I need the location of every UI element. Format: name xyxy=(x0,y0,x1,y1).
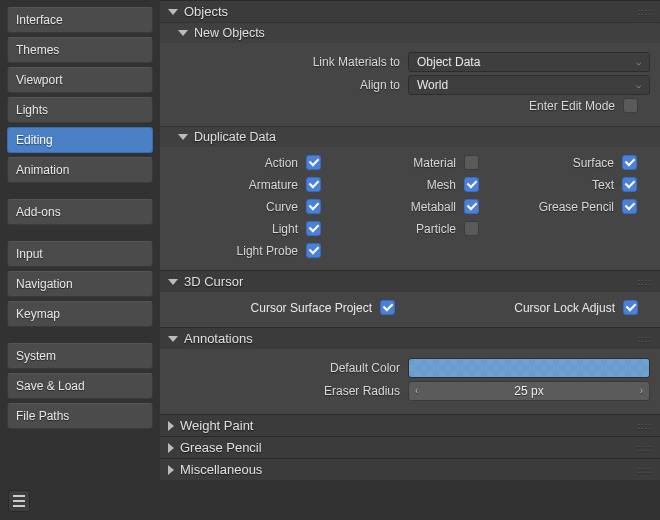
duplicate-mesh-checkbox[interactable] xyxy=(464,177,479,192)
sidebar-item-add-ons[interactable]: Add-ons xyxy=(7,199,153,225)
duplicate-label: Light xyxy=(172,222,298,236)
panel-weight-paint-header[interactable]: Weight Paint:::: xyxy=(160,414,660,436)
sidebar-item-save-load[interactable]: Save & Load xyxy=(7,373,153,399)
duplicate-label: Light Probe xyxy=(172,244,298,258)
chevron-down-icon: ⌵ xyxy=(636,57,641,67)
duplicate-label: Material xyxy=(330,156,456,170)
sidebar-item-animation[interactable]: Animation xyxy=(7,157,153,183)
chevron-down-icon xyxy=(168,9,178,15)
subpanel-title: New Objects xyxy=(194,26,265,40)
chevron-right-icon xyxy=(168,465,174,475)
duplicate-armature-checkbox[interactable] xyxy=(306,177,321,192)
duplicate-label: Particle xyxy=(330,222,456,236)
duplicate-curve-checkbox[interactable] xyxy=(306,199,321,214)
drag-handle-icon[interactable]: :::: xyxy=(638,277,652,287)
enter-edit-mode-label: Enter Edit Mode xyxy=(170,99,615,113)
eraser-radius-field[interactable]: 25 px xyxy=(408,381,650,401)
drag-handle-icon[interactable]: :::: xyxy=(638,334,652,344)
chevron-down-icon: ⌵ xyxy=(636,80,641,90)
link-materials-label: Link Materials to xyxy=(170,55,400,69)
link-materials-select[interactable]: Object Data ⌵ xyxy=(408,52,650,72)
drag-handle-icon[interactable]: :::: xyxy=(638,7,652,17)
sidebar-item-file-paths[interactable]: File Paths xyxy=(7,403,153,429)
default-color-swatch[interactable] xyxy=(408,358,650,378)
panel-title: 3D Cursor xyxy=(184,274,243,289)
panel-annotations-header[interactable]: Annotations :::: xyxy=(160,327,660,349)
sidebar-item-interface[interactable]: Interface xyxy=(7,7,153,33)
chevron-down-icon xyxy=(168,279,178,285)
sidebar-item-system[interactable]: System xyxy=(7,343,153,369)
duplicate-light-probe-checkbox[interactable] xyxy=(306,243,321,258)
preferences-sidebar: InterfaceThemesViewportLightsEditingAnim… xyxy=(0,0,160,520)
chevron-right-icon xyxy=(168,421,174,431)
subpanel-new-objects-header[interactable]: New Objects xyxy=(160,23,660,43)
panel-3d-cursor-header[interactable]: 3D Cursor :::: xyxy=(160,270,660,292)
drag-handle-icon[interactable]: :::: xyxy=(638,465,652,475)
duplicate-label: Surface xyxy=(488,156,614,170)
duplicate-label: Text xyxy=(488,178,614,192)
chevron-down-icon xyxy=(178,134,188,140)
sidebar-item-keymap[interactable]: Keymap xyxy=(7,301,153,327)
sidebar-item-viewport[interactable]: Viewport xyxy=(7,67,153,93)
panel-title: Miscellaneous xyxy=(180,462,262,477)
duplicate-material-checkbox[interactable] xyxy=(464,155,479,170)
panel-miscellaneous-header[interactable]: Miscellaneous:::: xyxy=(160,458,660,480)
duplicate-label: Grease Pencil xyxy=(488,200,614,214)
duplicate-text-checkbox[interactable] xyxy=(622,177,637,192)
default-color-label: Default Color xyxy=(170,361,400,375)
subpanel-duplicate-header[interactable]: Duplicate Data xyxy=(160,127,660,147)
duplicate-label: Action xyxy=(172,156,298,170)
duplicate-grease-pencil-checkbox[interactable] xyxy=(622,199,637,214)
chevron-right-icon xyxy=(168,443,174,453)
panel-title: Grease Pencil xyxy=(180,440,262,455)
drag-handle-icon[interactable]: :::: xyxy=(638,443,652,453)
chevron-down-icon xyxy=(178,30,188,36)
cursor-project-label: Cursor Surface Project xyxy=(251,301,372,315)
duplicate-label: Armature xyxy=(172,178,298,192)
subpanel-new-objects-body: Link Materials to Object Data ⌵ Align to… xyxy=(160,43,660,126)
sidebar-item-input[interactable]: Input xyxy=(7,241,153,267)
menu-icon[interactable] xyxy=(8,490,30,512)
duplicate-metaball-checkbox[interactable] xyxy=(464,199,479,214)
cursor-lock-checkbox[interactable] xyxy=(623,300,638,315)
duplicate-light-checkbox[interactable] xyxy=(306,221,321,236)
subpanel-duplicate-body: ActionMaterialSurfaceArmatureMeshTextCur… xyxy=(160,147,660,270)
drag-handle-icon[interactable]: :::: xyxy=(638,421,652,431)
panel-annotations-body: Default Color Eraser Radius 25 px xyxy=(160,349,660,414)
sidebar-item-lights[interactable]: Lights xyxy=(7,97,153,123)
subpanel-title: Duplicate Data xyxy=(194,130,276,144)
eraser-radius-label: Eraser Radius xyxy=(170,384,400,398)
sidebar-item-themes[interactable]: Themes xyxy=(7,37,153,63)
panel-title: Weight Paint xyxy=(180,418,253,433)
sidebar-item-navigation[interactable]: Navigation xyxy=(7,271,153,297)
align-to-select[interactable]: World ⌵ xyxy=(408,75,650,95)
chevron-down-icon xyxy=(168,336,178,342)
panel-title: Annotations xyxy=(184,331,253,346)
preferences-main: Objects :::: New Objects Link Materials … xyxy=(160,0,660,520)
duplicate-particle-checkbox[interactable] xyxy=(464,221,479,236)
sidebar-item-editing[interactable]: Editing xyxy=(7,127,153,153)
panel-grease-pencil-header[interactable]: Grease Pencil:::: xyxy=(160,436,660,458)
duplicate-label: Metaball xyxy=(330,200,456,214)
cursor-project-checkbox[interactable] xyxy=(380,300,395,315)
duplicate-action-checkbox[interactable] xyxy=(306,155,321,170)
duplicate-label: Curve xyxy=(172,200,298,214)
enter-edit-mode-checkbox[interactable] xyxy=(623,98,638,113)
duplicate-surface-checkbox[interactable] xyxy=(622,155,637,170)
cursor-lock-label: Cursor Lock Adjust xyxy=(514,301,615,315)
panel-3d-cursor-body: Cursor Surface Project Cursor Lock Adjus… xyxy=(160,292,660,327)
panel-objects-header[interactable]: Objects :::: xyxy=(160,0,660,22)
duplicate-label: Mesh xyxy=(330,178,456,192)
align-to-label: Align to xyxy=(170,78,400,92)
panel-title: Objects xyxy=(184,4,228,19)
